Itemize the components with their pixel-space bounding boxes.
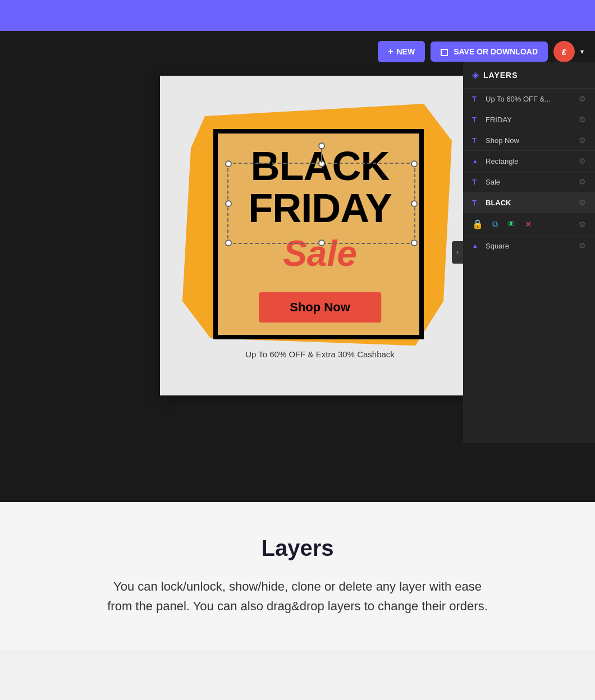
info-section: Layers You can lock/unlock, show/hide, c… xyxy=(0,502,595,650)
text-type-icon-3: T xyxy=(472,136,481,145)
panel-collapse-button[interactable]: ‹ xyxy=(452,241,463,264)
layer-name-sale: Sale xyxy=(486,178,574,186)
sale-text-layer[interactable]: Sale xyxy=(216,236,424,271)
layer-settings-icon-5[interactable]: ⚙ xyxy=(579,177,586,186)
text-type-icon-4: T xyxy=(472,178,481,186)
save-label: SAVE OR DOWNLOAD xyxy=(454,47,538,56)
shape-type-icon-1: ▲ xyxy=(472,158,481,164)
layer-settings-icon-1[interactable]: ⚙ xyxy=(579,94,586,103)
friday-text-layer[interactable]: FRIDAY xyxy=(216,188,424,228)
info-description: You can lock/unlock, show/hide, clone or… xyxy=(101,577,494,616)
layer-item-friday[interactable]: T FRIDAY ⚙ xyxy=(463,109,595,130)
layer-name-rectangle: Rectangle xyxy=(486,157,574,165)
canvas-background: BLACK FRIDAY Sale Shop Now Up To 60% OFF… xyxy=(160,76,480,395)
layer-name-shopnow: Shop Now xyxy=(486,136,574,145)
editor-area: NEW SAVE OR DOWNLOAD ε ▾ BLACK FRIDAY Sa… xyxy=(0,31,595,502)
layer-settings-icon-7[interactable]: ⚙ xyxy=(579,241,586,250)
layers-panel-title: LAYERS xyxy=(483,71,518,80)
layer-settings-icon-4[interactable]: ⚙ xyxy=(579,156,586,165)
layer-settings-icon-2[interactable]: ⚙ xyxy=(579,115,586,124)
layer-item-square[interactable]: ▲ Square ⚙ xyxy=(463,236,595,256)
layer-item-sale[interactable]: T Sale ⚙ xyxy=(463,172,595,192)
text-type-icon: T xyxy=(472,95,481,103)
layer-action-bar: 🔒 ⧉ 👁 ✕ ⚙ xyxy=(463,213,595,236)
layer-item-rectangle[interactable]: ▲ Rectangle ⚙ xyxy=(463,151,595,172)
canvas-caption-text: Up To 60% OFF & Extra 30% Cashback xyxy=(160,349,480,359)
delete-icon[interactable]: ✕ xyxy=(525,219,532,229)
action-settings-icon[interactable]: ⚙ xyxy=(579,220,586,229)
clone-icon[interactable]: ⧉ xyxy=(492,219,498,229)
text-type-icon-5: T xyxy=(472,199,481,207)
layers-panel-header: ◈ LAYERS xyxy=(463,62,595,89)
layer-settings-icon-3[interactable]: ⚙ xyxy=(579,136,586,145)
layers-icon: ◈ xyxy=(472,70,479,80)
layer-name-friday: FRIDAY xyxy=(486,116,574,124)
user-avatar[interactable]: ε xyxy=(553,41,575,62)
design-canvas[interactable]: BLACK FRIDAY Sale Shop Now Up To 60% OFF… xyxy=(160,76,480,395)
info-title: Layers xyxy=(45,536,550,561)
text-type-icon-2: T xyxy=(472,116,481,124)
layer-name-square: Square xyxy=(486,242,574,250)
top-bar xyxy=(0,0,595,31)
layer-name-caption: Up To 60% OFF &... xyxy=(486,95,574,103)
layer-item-black[interactable]: T BLACK ⚙ xyxy=(463,192,595,213)
layer-name-black: BLACK xyxy=(486,199,574,207)
lock-icon[interactable]: 🔒 xyxy=(472,219,483,229)
layer-item-shopnow[interactable]: T Shop Now ⚙ xyxy=(463,130,595,151)
layers-panel: ‹ ◈ LAYERS T Up To 60% OFF &... ⚙ T FRID… xyxy=(463,62,595,443)
dropdown-arrow-icon[interactable]: ▾ xyxy=(580,48,584,56)
save-download-button[interactable]: SAVE OR DOWNLOAD xyxy=(431,42,548,62)
shape-type-icon-2: ▲ xyxy=(472,242,481,249)
black-text-layer[interactable]: BLACK xyxy=(216,146,424,186)
eye-icon[interactable]: 👁 xyxy=(507,219,516,229)
toolbar: NEW SAVE OR DOWNLOAD ε ▾ xyxy=(378,41,584,62)
shop-now-button[interactable]: Shop Now xyxy=(259,292,381,323)
layer-item-caption[interactable]: T Up To 60% OFF &... ⚙ xyxy=(463,89,595,109)
save-icon xyxy=(441,49,448,56)
layer-settings-icon-6[interactable]: ⚙ xyxy=(579,198,586,207)
new-button[interactable]: NEW xyxy=(378,41,425,62)
